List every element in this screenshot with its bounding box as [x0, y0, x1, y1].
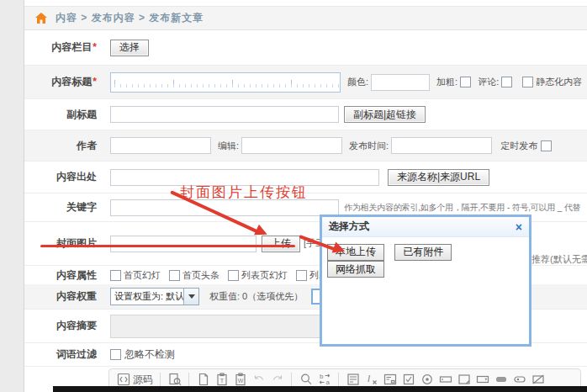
- checkbox-icon[interactable]: [401, 373, 415, 387]
- local-upload-button[interactable]: 本地上传: [327, 244, 384, 261]
- ignore-check-checkbox[interactable]: [110, 349, 121, 360]
- paste-word-icon[interactable]: W: [233, 373, 247, 387]
- row-word-filter: 词语过滤 忽略不检测: [24, 343, 587, 367]
- content-attrs-label: 内容属性: [24, 268, 97, 283]
- editor-label: 编辑:: [218, 140, 239, 152]
- summary-label: 内容摘要: [24, 319, 97, 333]
- attr-home-headline-checkbox[interactable]: [169, 270, 180, 281]
- row-author: 作者 编辑: 发布时间: 定时发布: [24, 130, 587, 162]
- title-comment-label: 评论:: [478, 76, 499, 88]
- existing-attachment-button[interactable]: 已有附件: [394, 244, 452, 261]
- attr-list-headline-checkbox[interactable]: [296, 270, 307, 281]
- select-method-dialog: 选择方式 × 本地上传 已有附件 网络抓取: [320, 215, 531, 347]
- svg-text:b: b: [320, 373, 324, 380]
- toolbar-divider: [291, 373, 292, 386]
- static-content-label: 静态化内容: [536, 76, 582, 88]
- content-column-label: 内容栏目*: [24, 40, 97, 55]
- select-all-icon[interactable]: [346, 373, 360, 387]
- weight-select-value: 设置权重为: 默认: [111, 290, 183, 303]
- dialog-title: 选择方式: [329, 220, 369, 234]
- toolbar-divider: [188, 373, 189, 386]
- required-mark: *: [93, 41, 97, 53]
- replace-icon[interactable]: ba: [317, 373, 331, 387]
- svg-text:a: a: [325, 379, 330, 386]
- title-comment-checkbox[interactable]: [501, 77, 512, 87]
- scheduled-label: 定时发布: [500, 140, 537, 152]
- find-icon[interactable]: [299, 373, 313, 387]
- toolbar-divider: [160, 373, 161, 386]
- bottom-edge-bar: [53, 386, 587, 392]
- toolbar-divider: [338, 373, 339, 386]
- ignore-check-label: 忽略不检测: [124, 347, 175, 362]
- source-code-icon: [116, 373, 130, 387]
- dropdown-arrow-icon[interactable]: [183, 289, 198, 305]
- attr-home-slide-label: 首页幻灯: [124, 269, 161, 282]
- close-icon[interactable]: ×: [516, 221, 522, 233]
- paste-text-icon[interactable]: T: [214, 373, 229, 387]
- attr-list-slide-label: 列表页幻灯: [241, 269, 288, 282]
- attr-home-slide-checkbox[interactable]: [110, 270, 121, 281]
- form-icon[interactable]: [383, 373, 397, 387]
- svg-text:W: W: [237, 378, 243, 384]
- source-code-button[interactable]: 源码: [116, 373, 153, 387]
- row-source: 内容出处 来源名称|来源URL: [24, 162, 587, 193]
- editor-area: 源码 T W ba I: [24, 367, 587, 387]
- recommend-fragment: 推荐(默认无需设: [531, 253, 587, 266]
- button-icon[interactable]: [494, 373, 508, 387]
- dialog-titlebar: 选择方式 ×: [322, 217, 529, 237]
- content-title-input[interactable]: [110, 72, 341, 93]
- title-color-label: 颜色:: [347, 76, 368, 88]
- required-mark: *: [93, 76, 97, 87]
- select-column-button[interactable]: 选择: [110, 40, 149, 56]
- text-field-icon[interactable]: [438, 373, 452, 387]
- word-filter-label: 词语过滤: [24, 347, 97, 362]
- author-input[interactable]: [110, 137, 211, 154]
- breadcrumb: 内容 > 发布内容 > 发布新文章: [24, 6, 587, 30]
- weight-label: 内容权重: [24, 289, 97, 304]
- breadcrumb-path: 内容 > 发布内容 > 发布新文章: [56, 11, 204, 25]
- attr-list-slide-checkbox[interactable]: [228, 270, 239, 281]
- undo-icon[interactable]: [251, 373, 266, 387]
- upload-button[interactable]: 上传: [262, 236, 300, 252]
- cover-image-label: 封面图片: [24, 236, 97, 251]
- pubtime-label: 发布时间:: [349, 140, 389, 152]
- cover-image-input[interactable]: [110, 236, 256, 252]
- keywords-input[interactable]: [110, 199, 339, 216]
- cms-publish-article-page: 内容 > 发布内容 > 发布新文章 内容栏目* 选择 内容标题* 颜色: 加粗:…: [0, 0, 587, 392]
- radio-button-icon[interactable]: [420, 373, 434, 387]
- author-label: 作者: [24, 139, 97, 153]
- image-button-icon[interactable]: [512, 373, 526, 387]
- home-icon[interactable]: [35, 13, 47, 24]
- web-grab-button[interactable]: 网络抓取: [327, 261, 384, 278]
- row-subtitle: 副标题 副标题|超链接: [24, 99, 587, 130]
- svg-text:T: T: [219, 377, 224, 384]
- new-page-icon[interactable]: [196, 373, 210, 387]
- content-title-label: 内容标题*: [24, 75, 97, 89]
- source-label: 内容出处: [24, 170, 97, 184]
- source-code-label: 源码: [133, 373, 153, 387]
- keywords-label: 关键字: [24, 200, 97, 215]
- select-field-icon[interactable]: [475, 373, 489, 387]
- source-name-url-button[interactable]: 来源名称|来源URL: [388, 169, 489, 186]
- pubtime-input[interactable]: [391, 137, 492, 154]
- redo-icon[interactable]: [270, 373, 284, 387]
- dialog-body: 本地上传 已有附件 网络抓取: [322, 237, 529, 283]
- remove-format-icon[interactable]: I: [364, 373, 378, 387]
- scheduled-checkbox[interactable]: [541, 140, 552, 151]
- row-content-title: 内容标题* 颜色: 加粗: 评论: 静态化内容: [24, 66, 587, 99]
- weight-select[interactable]: 设置权重为: 默认: [110, 288, 199, 305]
- static-content-checkbox[interactable]: [522, 77, 533, 87]
- textarea-icon[interactable]: [457, 373, 471, 387]
- preview-icon[interactable]: [167, 373, 182, 387]
- source-input[interactable]: [110, 169, 379, 186]
- subtitle-input[interactable]: [110, 106, 339, 123]
- hidden-field-icon[interactable]: [531, 373, 545, 387]
- subtitle-label: 副标题: [24, 108, 97, 122]
- svg-text:I: I: [368, 373, 370, 384]
- attr-home-headline-label: 首页头条: [182, 269, 219, 282]
- title-color-input[interactable]: [371, 74, 430, 91]
- subtitle-hyperlink-button[interactable]: 副标题|超链接: [344, 106, 426, 123]
- row-content-column: 内容栏目* 选择: [24, 30, 587, 66]
- title-bold-checkbox[interactable]: [460, 77, 471, 87]
- editor-input[interactable]: [241, 137, 342, 154]
